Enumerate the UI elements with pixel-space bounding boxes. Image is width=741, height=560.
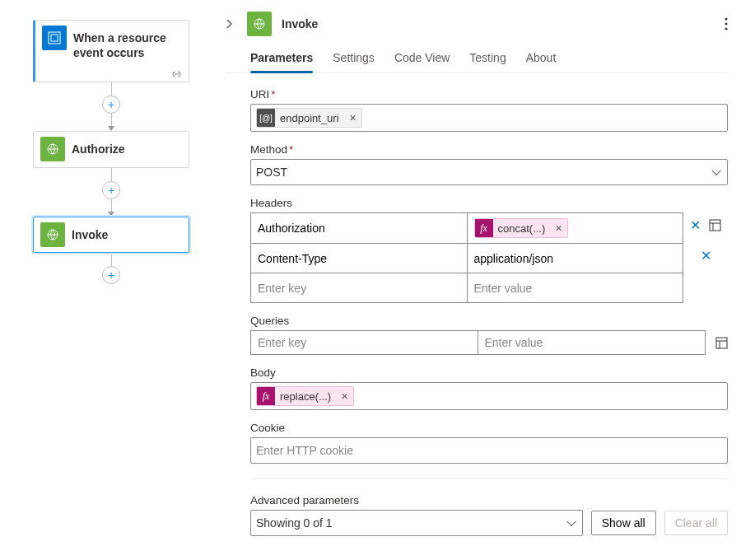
http-icon [40, 222, 65, 247]
header-value-cell[interactable] [467, 244, 683, 273]
remove-token-button[interactable]: ✕ [336, 391, 353, 402]
field-method: Method* POST [250, 143, 728, 185]
uri-input[interactable]: [@] endpoint_uri ✕ [250, 104, 728, 132]
add-step-button[interactable]: + [102, 266, 120, 284]
arrow-icon [108, 212, 114, 217]
cookie-label: Cookie [250, 422, 728, 434]
chevron-right-icon[interactable] [226, 19, 244, 29]
connector [111, 114, 112, 127]
token-endpoint-uri[interactable]: [@] endpoint_uri ✕ [256, 108, 362, 128]
node-label: Authorize [72, 132, 189, 166]
node-label: When a resource event occurs [73, 21, 189, 70]
fx-icon: fx [475, 219, 493, 237]
tab-testing[interactable]: Testing [469, 46, 506, 72]
header-key-cell[interactable] [250, 212, 467, 244]
tab-bar: Parameters Settings Code View Testing Ab… [226, 46, 728, 73]
parameters-form: URI* [@] endpoint_uri ✕ Method* POST Hea… [226, 88, 728, 560]
remove-token-button[interactable]: ✕ [550, 223, 567, 234]
advanced-label: Advanced parameters [250, 494, 728, 506]
cookie-input-wrap[interactable] [250, 437, 728, 464]
token-replace[interactable]: fx replace(...) ✕ [256, 386, 354, 406]
action-panel: Invoke Parameters Settings Code View Tes… [222, 0, 741, 560]
more-icon[interactable] [725, 17, 728, 30]
divider [250, 478, 728, 479]
add-step-button[interactable]: + [102, 181, 120, 199]
clear-all-button: Clear all [664, 511, 728, 535]
tab-codeview[interactable]: Code View [394, 46, 450, 72]
variable-icon: [@] [257, 109, 275, 127]
header-key-cell[interactable] [250, 273, 467, 303]
connector [111, 253, 112, 266]
header-value-input[interactable] [474, 282, 677, 295]
svg-rect-0 [49, 32, 60, 44]
add-step-button[interactable]: + [102, 96, 120, 114]
delete-row-button[interactable]: ✕ [690, 217, 701, 233]
field-headers: Headers fx concat(...) ✕ [250, 197, 728, 303]
headers-row-actions: ✕ ✕ [683, 212, 728, 303]
tab-parameters[interactable]: Parameters [250, 46, 313, 72]
headers-grid: fx concat(...) ✕ [250, 212, 683, 303]
flow-node-invoke[interactable]: Invoke [33, 217, 189, 253]
node-label: Invoke [72, 217, 189, 252]
panel-title: Invoke [282, 17, 725, 30]
body-label: Body [250, 366, 728, 379]
tab-settings[interactable]: Settings [333, 46, 375, 72]
method-select[interactable]: POST [250, 159, 728, 185]
cookie-input[interactable] [256, 444, 722, 457]
uri-label: URI* [250, 88, 728, 100]
flow-node-authorize[interactable]: Authorize [33, 131, 189, 167]
remove-token-button[interactable]: ✕ [344, 113, 361, 124]
query-key-cell[interactable] [251, 331, 478, 354]
header-key-input[interactable] [258, 252, 460, 265]
header-value-input[interactable] [474, 252, 677, 265]
header-key-input[interactable] [258, 222, 460, 235]
token-concat[interactable]: fx concat(...) ✕ [474, 218, 569, 238]
flow-node-trigger[interactable]: When a resource event occurs [33, 20, 189, 82]
header-value-cell[interactable] [467, 273, 683, 303]
connector [111, 82, 112, 96]
switch-mode-icon[interactable] [709, 219, 721, 231]
svg-rect-1 [51, 35, 58, 41]
advanced-dropdown[interactable]: Showing 0 of 1 [250, 510, 583, 536]
tab-about[interactable]: About [526, 46, 557, 72]
query-value-cell[interactable] [478, 331, 706, 354]
http-icon [247, 12, 272, 36]
svg-point-7 [725, 28, 728, 30]
delete-row-button[interactable]: ✕ [701, 248, 711, 264]
headers-label: Headers [250, 197, 728, 209]
field-body: Body fx replace(...) ✕ [250, 366, 728, 410]
connector [111, 199, 112, 212]
link-icon [171, 70, 182, 78]
switch-mode-icon[interactable] [715, 337, 728, 349]
queries-grid [250, 330, 706, 355]
header-key-input[interactable] [258, 282, 460, 295]
show-all-button[interactable]: Show all [591, 511, 656, 535]
flow-canvas: When a resource event occurs + Authorize… [0, 0, 222, 560]
header-value-cell[interactable]: fx concat(...) ✕ [467, 212, 683, 244]
field-uri: URI* [@] endpoint_uri ✕ [250, 88, 728, 132]
field-advanced: Advanced parameters Showing 0 of 1 Show … [250, 494, 728, 536]
field-cookie: Cookie [250, 422, 728, 464]
header-key-cell[interactable] [250, 244, 467, 273]
svg-rect-8 [710, 220, 720, 231]
method-label: Method* [250, 143, 728, 156]
query-value-input[interactable] [485, 336, 699, 349]
eventgrid-icon [42, 26, 67, 50]
svg-rect-9 [716, 338, 727, 348]
svg-point-6 [725, 23, 728, 26]
queries-label: Queries [250, 315, 728, 327]
panel-header: Invoke [226, 12, 728, 46]
query-key-input[interactable] [258, 336, 471, 349]
field-queries: Queries [250, 315, 728, 355]
http-icon [40, 137, 65, 161]
fx-icon: fx [257, 387, 275, 405]
connector [111, 168, 112, 181]
body-input[interactable]: fx replace(...) ✕ [250, 382, 728, 410]
svg-point-5 [725, 18, 728, 21]
